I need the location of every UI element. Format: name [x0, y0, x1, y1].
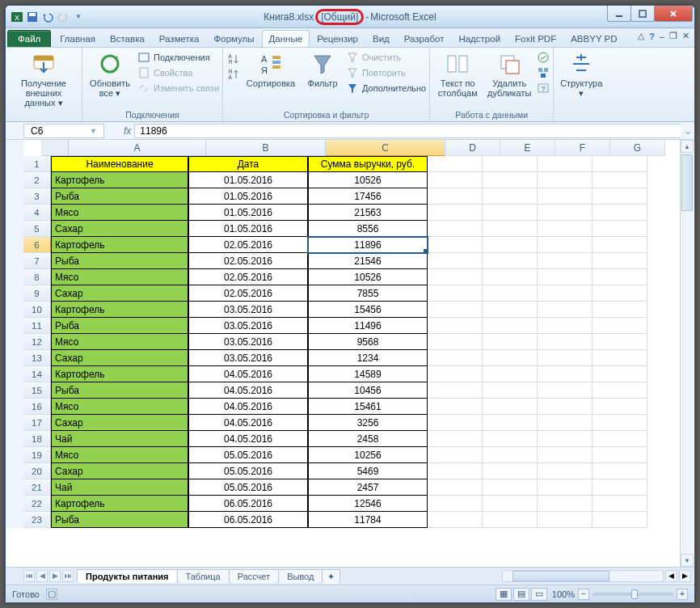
cell[interactable]: 11896 — [308, 237, 428, 253]
remove-duplicates-button[interactable]: Удалить дубликаты — [485, 49, 533, 99]
cell[interactable]: 8556 — [308, 221, 428, 237]
cell[interactable]: 10456 — [308, 382, 428, 399]
whatif-button[interactable]: ? — [537, 82, 550, 95]
vscroll-thumb[interactable] — [681, 154, 693, 211]
new-sheet-icon[interactable]: ✦ — [322, 569, 340, 584]
cell[interactable] — [483, 431, 538, 447]
cell[interactable] — [483, 302, 538, 318]
refresh-all-button[interactable]: Обновить все ▾ — [86, 49, 134, 99]
row-header[interactable]: 23 — [23, 512, 51, 528]
cell[interactable]: Картофель — [51, 366, 188, 382]
zoom-in-icon[interactable]: + — [677, 589, 688, 600]
minimize-button[interactable] — [607, 6, 631, 22]
cell[interactable]: 2458 — [308, 431, 428, 447]
scroll-down-icon[interactable]: ▼ — [681, 554, 694, 567]
scroll-up-icon[interactable]: ▲ — [681, 140, 694, 153]
cell[interactable] — [483, 156, 538, 172]
sheet-tab-2[interactable]: Таблица — [177, 569, 230, 583]
tab-data[interactable]: Данные — [262, 30, 310, 47]
cell[interactable]: Рыба — [51, 188, 188, 205]
cell[interactable] — [483, 318, 538, 334]
macro-record-icon[interactable]: ▢ — [46, 589, 57, 600]
zoom-slider[interactable] — [592, 593, 673, 596]
cell[interactable]: 10256 — [308, 447, 428, 463]
cell[interactable] — [483, 447, 538, 463]
cell[interactable] — [483, 205, 538, 221]
cell[interactable] — [428, 512, 483, 528]
cell[interactable] — [592, 463, 647, 479]
cell[interactable] — [592, 285, 647, 302]
cell[interactable] — [483, 415, 538, 431]
sort-button[interactable]: АЯ Сортировка — [242, 49, 299, 90]
cell[interactable] — [592, 496, 647, 512]
row-header[interactable]: 22 — [23, 496, 51, 512]
ribbon-min-icon[interactable]: △ — [638, 31, 644, 41]
tab-formulas[interactable]: Формулы — [207, 30, 262, 47]
col-F[interactable]: F — [555, 140, 610, 156]
close-button[interactable] — [654, 6, 693, 22]
cell[interactable]: 02.05.2016 — [188, 285, 308, 302]
cell[interactable] — [428, 431, 483, 447]
cell[interactable]: Сахар — [51, 463, 188, 479]
cell[interactable]: 01.05.2016 — [188, 205, 308, 221]
cell[interactable]: 03.05.2016 — [188, 334, 308, 350]
cell[interactable] — [428, 463, 483, 479]
cell[interactable] — [538, 334, 592, 350]
row-header[interactable]: 19 — [23, 447, 51, 463]
row-header[interactable]: 3 — [23, 188, 51, 205]
sheet-prev-icon[interactable]: ◀ — [36, 570, 48, 582]
cell[interactable]: 15461 — [308, 399, 428, 415]
cell[interactable]: 02.05.2016 — [188, 237, 308, 253]
cell[interactable] — [538, 496, 592, 512]
cell[interactable] — [483, 253, 538, 269]
row-header[interactable]: 20 — [23, 463, 51, 479]
cell[interactable] — [538, 221, 592, 237]
cell[interactable] — [428, 172, 483, 188]
cell[interactable]: 06.05.2016 — [188, 512, 308, 528]
cell[interactable]: 21546 — [308, 253, 428, 269]
fx-icon[interactable]: fx — [120, 125, 134, 137]
cell[interactable] — [483, 496, 538, 512]
cell[interactable]: 14589 — [308, 366, 428, 382]
outline-button[interactable]: Структура ▾ — [557, 49, 605, 99]
horizontal-scrollbar[interactable] — [502, 570, 664, 582]
row-header[interactable]: 11 — [23, 318, 51, 334]
cell[interactable] — [483, 269, 538, 285]
sort-asc-button[interactable]: АЯ — [226, 53, 239, 65]
cell[interactable] — [483, 221, 538, 237]
cell[interactable] — [592, 237, 647, 253]
cell[interactable]: 03.05.2016 — [188, 302, 308, 318]
cell[interactable]: 3256 — [308, 415, 428, 431]
cell[interactable]: Рыба — [51, 318, 188, 334]
cell[interactable] — [538, 366, 592, 382]
cell[interactable] — [538, 512, 592, 528]
cell[interactable]: Рыба — [51, 382, 188, 399]
cell[interactable] — [483, 334, 538, 350]
tab-home[interactable]: Главная — [53, 30, 103, 47]
row-header[interactable]: 16 — [23, 399, 51, 415]
cell[interactable]: 04.05.2016 — [188, 431, 308, 447]
cell[interactable]: 04.05.2016 — [188, 415, 308, 431]
cell[interactable] — [483, 512, 538, 528]
tab-review[interactable]: Рецензир — [310, 30, 365, 47]
pagelayout-view-icon[interactable]: ▤ — [513, 588, 529, 601]
redo-icon[interactable] — [57, 11, 70, 23]
row-header[interactable]: 14 — [23, 366, 51, 382]
cell[interactable]: 02.05.2016 — [188, 269, 308, 285]
cell[interactable] — [483, 382, 538, 399]
cell[interactable] — [592, 334, 647, 350]
row-header[interactable]: 12 — [23, 334, 51, 350]
cell[interactable] — [538, 399, 592, 415]
cell[interactable]: 7855 — [308, 285, 428, 302]
cell[interactable]: Сахар — [51, 285, 188, 302]
cell[interactable] — [538, 205, 592, 221]
row-header[interactable]: 10 — [23, 302, 51, 318]
cell[interactable] — [538, 463, 592, 479]
row-header[interactable]: 15 — [23, 382, 51, 399]
cell[interactable] — [483, 285, 538, 302]
cell[interactable] — [592, 318, 647, 334]
cell[interactable]: Рыба — [51, 253, 188, 269]
cell[interactable] — [483, 172, 538, 188]
cell[interactable]: Сахар — [51, 415, 188, 431]
cell[interactable] — [592, 431, 647, 447]
